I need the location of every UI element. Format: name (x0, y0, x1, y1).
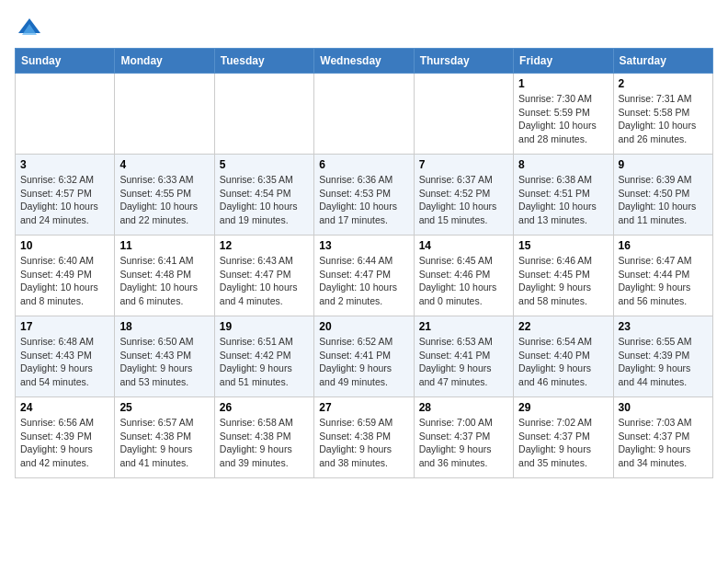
day-number: 11 (119, 239, 209, 252)
day-number: 3 (20, 158, 109, 171)
day-info: Sunrise: 7:03 AM Sunset: 4:37 PM Dayligh… (619, 416, 708, 470)
day-info: Sunrise: 6:55 AM Sunset: 4:39 PM Dayligh… (619, 335, 708, 389)
day-info: Sunrise: 6:40 AM Sunset: 4:49 PM Dayligh… (20, 254, 109, 308)
day-info: Sunrise: 6:37 AM Sunset: 4:52 PM Dayligh… (419, 173, 508, 227)
day-info: Sunrise: 6:38 AM Sunset: 4:51 PM Dayligh… (518, 173, 608, 227)
day-number: 23 (619, 320, 708, 333)
day-info: Sunrise: 6:47 AM Sunset: 4:44 PM Dayligh… (619, 254, 708, 308)
calendar-cell (214, 74, 313, 155)
day-number: 24 (20, 401, 109, 414)
day-number: 21 (419, 320, 508, 333)
week-row-1: 1Sunrise: 7:30 AM Sunset: 5:59 PM Daylig… (16, 74, 713, 155)
day-info: Sunrise: 6:45 AM Sunset: 4:46 PM Dayligh… (419, 254, 508, 308)
day-number: 29 (518, 401, 608, 414)
day-number: 15 (518, 239, 608, 252)
day-info: Sunrise: 6:50 AM Sunset: 4:43 PM Dayligh… (119, 335, 209, 389)
day-info: Sunrise: 7:00 AM Sunset: 4:37 PM Dayligh… (419, 416, 508, 470)
logo (15, 15, 42, 40)
calendar-cell: 10Sunrise: 6:40 AM Sunset: 4:49 PM Dayli… (16, 236, 115, 316)
calendar-cell: 11Sunrise: 6:41 AM Sunset: 4:48 PM Dayli… (115, 236, 214, 316)
calendar-cell: 8Sunrise: 6:38 AM Sunset: 4:51 PM Daylig… (514, 155, 613, 236)
calendar-cell: 22Sunrise: 6:54 AM Sunset: 4:40 PM Dayli… (514, 316, 613, 397)
day-number: 25 (119, 401, 209, 414)
calendar-cell: 30Sunrise: 7:03 AM Sunset: 4:37 PM Dayli… (613, 397, 712, 478)
day-number: 20 (319, 320, 408, 333)
day-info: Sunrise: 6:41 AM Sunset: 4:48 PM Dayligh… (119, 254, 209, 308)
calendar-cell: 3Sunrise: 6:32 AM Sunset: 4:57 PM Daylig… (16, 155, 115, 236)
day-info: Sunrise: 6:36 AM Sunset: 4:53 PM Dayligh… (319, 173, 408, 227)
weekday-header-tuesday: Tuesday (214, 49, 313, 74)
weekday-header-saturday: Saturday (613, 49, 712, 74)
weekday-header-friday: Friday (514, 49, 613, 74)
calendar-cell (16, 74, 115, 155)
day-number: 13 (319, 239, 408, 252)
calendar-cell: 14Sunrise: 6:45 AM Sunset: 4:46 PM Dayli… (414, 236, 513, 316)
day-number: 10 (20, 239, 109, 252)
calendar-cell: 9Sunrise: 6:39 AM Sunset: 4:50 PM Daylig… (613, 155, 712, 236)
day-info: Sunrise: 6:46 AM Sunset: 4:45 PM Dayligh… (518, 254, 608, 308)
calendar-cell (414, 74, 513, 155)
day-number: 26 (220, 401, 309, 414)
day-info: Sunrise: 6:53 AM Sunset: 4:41 PM Dayligh… (419, 335, 508, 389)
calendar-cell: 18Sunrise: 6:50 AM Sunset: 4:43 PM Dayli… (115, 316, 214, 397)
calendar-cell: 25Sunrise: 6:57 AM Sunset: 4:38 PM Dayli… (115, 397, 214, 478)
weekday-header-monday: Monday (115, 49, 214, 74)
calendar-cell: 2Sunrise: 7:31 AM Sunset: 5:58 PM Daylig… (613, 74, 712, 155)
calendar-cell (314, 74, 414, 155)
calendar-cell: 1Sunrise: 7:30 AM Sunset: 5:59 PM Daylig… (514, 74, 613, 155)
day-info: Sunrise: 7:31 AM Sunset: 5:58 PM Dayligh… (619, 92, 708, 146)
day-number: 8 (518, 158, 608, 171)
day-info: Sunrise: 6:33 AM Sunset: 4:55 PM Dayligh… (119, 173, 209, 227)
day-number: 6 (319, 158, 408, 171)
day-info: Sunrise: 7:02 AM Sunset: 4:37 PM Dayligh… (518, 416, 608, 470)
page-header (15, 15, 713, 40)
calendar: SundayMondayTuesdayWednesdayThursdayFrid… (15, 48, 713, 478)
calendar-cell: 4Sunrise: 6:33 AM Sunset: 4:55 PM Daylig… (115, 155, 214, 236)
day-number: 12 (220, 239, 309, 252)
logo-icon (17, 15, 42, 40)
weekday-header-thursday: Thursday (414, 49, 513, 74)
day-info: Sunrise: 6:58 AM Sunset: 4:38 PM Dayligh… (220, 416, 309, 470)
day-info: Sunrise: 6:57 AM Sunset: 4:38 PM Dayligh… (119, 416, 209, 470)
day-info: Sunrise: 6:54 AM Sunset: 4:40 PM Dayligh… (518, 335, 608, 389)
day-info: Sunrise: 6:43 AM Sunset: 4:47 PM Dayligh… (220, 254, 309, 308)
day-number: 7 (419, 158, 508, 171)
day-info: Sunrise: 6:56 AM Sunset: 4:39 PM Dayligh… (20, 416, 109, 470)
day-number: 27 (319, 401, 408, 414)
day-number: 19 (220, 320, 309, 333)
week-row-2: 3Sunrise: 6:32 AM Sunset: 4:57 PM Daylig… (16, 155, 713, 236)
day-number: 16 (619, 239, 708, 252)
day-number: 9 (619, 158, 708, 171)
day-info: Sunrise: 6:39 AM Sunset: 4:50 PM Dayligh… (619, 173, 708, 227)
day-info: Sunrise: 6:48 AM Sunset: 4:43 PM Dayligh… (20, 335, 109, 389)
calendar-cell: 21Sunrise: 6:53 AM Sunset: 4:41 PM Dayli… (414, 316, 513, 397)
weekday-header-row: SundayMondayTuesdayWednesdayThursdayFrid… (16, 49, 713, 74)
calendar-cell: 12Sunrise: 6:43 AM Sunset: 4:47 PM Dayli… (214, 236, 313, 316)
day-info: Sunrise: 6:52 AM Sunset: 4:41 PM Dayligh… (319, 335, 408, 389)
calendar-cell: 17Sunrise: 6:48 AM Sunset: 4:43 PM Dayli… (16, 316, 115, 397)
day-info: Sunrise: 6:44 AM Sunset: 4:47 PM Dayligh… (319, 254, 408, 308)
day-number: 30 (619, 401, 708, 414)
weekday-header-wednesday: Wednesday (314, 49, 414, 74)
calendar-cell: 23Sunrise: 6:55 AM Sunset: 4:39 PM Dayli… (613, 316, 712, 397)
calendar-cell: 16Sunrise: 6:47 AM Sunset: 4:44 PM Dayli… (613, 236, 712, 316)
day-number: 28 (419, 401, 508, 414)
calendar-cell: 20Sunrise: 6:52 AM Sunset: 4:41 PM Dayli… (314, 316, 414, 397)
calendar-cell (115, 74, 214, 155)
weekday-header-sunday: Sunday (16, 49, 115, 74)
week-row-4: 17Sunrise: 6:48 AM Sunset: 4:43 PM Dayli… (16, 316, 713, 397)
calendar-cell: 24Sunrise: 6:56 AM Sunset: 4:39 PM Dayli… (16, 397, 115, 478)
week-row-3: 10Sunrise: 6:40 AM Sunset: 4:49 PM Dayli… (16, 236, 713, 316)
calendar-cell: 7Sunrise: 6:37 AM Sunset: 4:52 PM Daylig… (414, 155, 513, 236)
calendar-cell: 5Sunrise: 6:35 AM Sunset: 4:54 PM Daylig… (214, 155, 313, 236)
day-number: 22 (518, 320, 608, 333)
day-number: 14 (419, 239, 508, 252)
day-info: Sunrise: 7:30 AM Sunset: 5:59 PM Dayligh… (518, 92, 608, 146)
calendar-cell: 13Sunrise: 6:44 AM Sunset: 4:47 PM Dayli… (314, 236, 414, 316)
day-number: 18 (119, 320, 209, 333)
week-row-5: 24Sunrise: 6:56 AM Sunset: 4:39 PM Dayli… (16, 397, 713, 478)
day-number: 2 (619, 77, 708, 90)
calendar-cell: 19Sunrise: 6:51 AM Sunset: 4:42 PM Dayli… (214, 316, 313, 397)
day-number: 5 (220, 158, 309, 171)
calendar-cell: 6Sunrise: 6:36 AM Sunset: 4:53 PM Daylig… (314, 155, 414, 236)
